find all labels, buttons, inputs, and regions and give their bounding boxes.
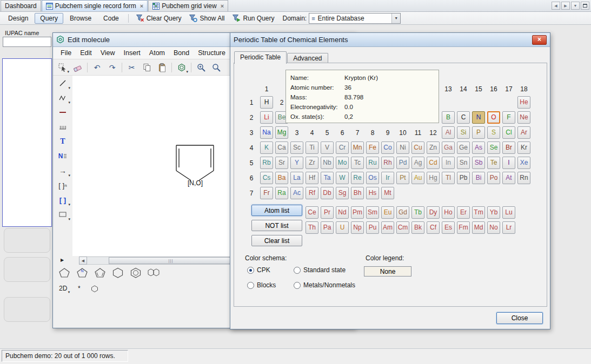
menu-structure[interactable]: Structure <box>194 48 230 58</box>
element-Na[interactable]: Na <box>260 126 273 139</box>
element-Ga[interactable]: Ga <box>442 141 455 154</box>
zoom-in-button[interactable] <box>194 60 208 74</box>
element-Cm[interactable]: Cm <box>396 221 409 234</box>
show-all-button[interactable]: Show All <box>185 13 228 23</box>
element-Md[interactable]: Md <box>472 221 485 234</box>
element-Ir[interactable]: Ir <box>381 172 394 184</box>
menu-bond[interactable]: Bond <box>169 48 194 58</box>
element-Tb[interactable]: Tb <box>411 206 424 219</box>
clear-list-button[interactable]: Clear list <box>251 235 302 246</box>
element-Lu[interactable]: Lu <box>502 206 515 219</box>
element-O[interactable]: O <box>487 111 500 124</box>
element-Zr[interactable]: Zr <box>306 157 318 169</box>
element-Cs[interactable]: Cs <box>260 172 273 184</box>
element-H[interactable]: H <box>260 96 273 109</box>
scroll-tabs-right-button[interactable]: ▶ <box>561 2 570 10</box>
element-At[interactable]: At <box>502 172 515 184</box>
element-Pt[interactable]: Pt <box>396 172 409 184</box>
element-Hf[interactable]: Hf <box>306 172 318 184</box>
radio-metals-nonmetals[interactable]: Metals/Nonmetals <box>294 281 355 289</box>
element-Fr[interactable]: Fr <box>260 187 273 199</box>
element-B[interactable]: B <box>442 111 455 124</box>
element-Db[interactable]: Db <box>321 187 334 199</box>
element-Ac[interactable]: Ac <box>290 187 303 199</box>
scrollbar-thumb[interactable]: ||| <box>109 257 233 264</box>
element-Bh[interactable]: Bh <box>351 187 364 199</box>
close-dialog-button[interactable]: × <box>532 35 547 45</box>
element-Ra[interactable]: Ra <box>275 187 288 199</box>
select-tool-button[interactable]: ▾ <box>55 60 70 74</box>
iupac-name-input[interactable] <box>3 37 51 47</box>
tab-advanced[interactable]: Advanced <box>287 53 328 64</box>
element-Si[interactable]: Si <box>457 126 470 139</box>
close-tab-icon[interactable]: × <box>140 3 143 9</box>
radio-cpk[interactable]: CPK <box>247 266 294 274</box>
element-Al[interactable]: Al <box>442 126 455 139</box>
dimension-selector-button[interactable]: 2D▾ <box>56 283 70 294</box>
copy-button[interactable] <box>140 60 154 74</box>
element-Mg[interactable]: Mg <box>275 126 288 139</box>
mode-browse-button[interactable]: Browse <box>64 13 97 24</box>
bracket-tool-button[interactable]: [ ]▾ <box>55 193 70 206</box>
toolbar-overflow-icon[interactable]: ▶ <box>61 258 64 262</box>
pyrrole-template-button[interactable]: N <box>74 266 90 279</box>
element-Kr[interactable]: Kr <box>517 141 530 154</box>
element-U[interactable]: U <box>336 221 349 234</box>
scroll-tabs-left-button[interactable]: ◀ <box>552 2 560 10</box>
repeat-group-tool-button[interactable]: [ ]n <box>55 179 70 192</box>
element-Tl[interactable]: Tl <box>442 172 455 184</box>
element-Np[interactable]: Np <box>351 221 364 234</box>
mode-code-button[interactable]: Code <box>98 13 124 24</box>
shape-tool-button[interactable]: ▾ <box>55 208 70 221</box>
element-Yb[interactable]: Yb <box>487 206 500 219</box>
element-Bi[interactable]: Bi <box>472 172 485 184</box>
element-Rh[interactable]: Rh <box>381 157 394 169</box>
element-La[interactable]: La <box>290 172 303 184</box>
tab-periodic-table[interactable]: Periodic Table <box>234 51 287 64</box>
element-Sb[interactable]: Sb <box>472 157 485 169</box>
atom-list-button[interactable]: Atom list <box>251 205 302 216</box>
element-Cf[interactable]: Cf <box>427 221 440 234</box>
element-Gd[interactable]: Gd <box>396 206 409 219</box>
menu-view[interactable]: View <box>96 48 119 58</box>
periodic-dialog-titlebar[interactable]: Periodic Table of Chemical Elements × <box>230 33 550 47</box>
element-I[interactable]: I <box>502 157 515 169</box>
element-Fm[interactable]: Fm <box>457 221 470 234</box>
menu-atom[interactable]: Atom <box>145 48 169 58</box>
element-Re[interactable]: Re <box>351 172 364 184</box>
element-C[interactable]: C <box>457 111 470 124</box>
element-Y[interactable]: Y <box>290 157 303 169</box>
clear-query-button[interactable]: Clear Query <box>132 13 185 23</box>
element-No[interactable]: No <box>487 221 500 234</box>
element-K[interactable]: K <box>260 141 273 154</box>
scroll-left-button[interactable]: ◀ <box>79 257 87 265</box>
group-tool-button[interactable] <box>55 120 70 133</box>
element-Pa[interactable]: Pa <box>321 221 334 234</box>
element-Br[interactable]: Br <box>502 141 515 154</box>
element-Sc[interactable]: Sc <box>290 141 303 154</box>
radio-standard-state[interactable]: Standard state <box>294 266 355 274</box>
undo-button[interactable]: ↶ <box>90 60 104 74</box>
element-Mo[interactable]: Mo <box>336 157 349 169</box>
element-W[interactable]: W <box>336 172 349 184</box>
menu-insert[interactable]: Insert <box>119 48 145 58</box>
element-Mt[interactable]: Mt <box>381 187 394 199</box>
element-Ar[interactable]: Ar <box>517 126 530 139</box>
element-Ag[interactable]: Ag <box>411 157 424 169</box>
element-F[interactable]: F <box>502 111 515 124</box>
element-Am[interactable]: Am <box>381 221 394 234</box>
element-He[interactable]: He <box>517 96 530 109</box>
element-Cl[interactable]: Cl <box>502 126 515 139</box>
element-Dy[interactable]: Dy <box>427 206 440 219</box>
tab-pubchem-single-record-form[interactable]: Pubchem single record form× <box>42 0 148 11</box>
color-legend-none-button[interactable]: None <box>364 266 411 277</box>
element-Ne[interactable]: Ne <box>517 111 530 124</box>
element-Ce[interactable]: Ce <box>306 206 318 219</box>
arrow-tool-button[interactable]: →▾ <box>55 164 70 177</box>
menu-edit[interactable]: Edit <box>76 48 96 58</box>
element-Tm[interactable]: Tm <box>472 206 485 219</box>
tab-pubchem-grid-view[interactable]: Pubchem grid view× <box>148 0 228 11</box>
element-Ge[interactable]: Ge <box>457 141 470 154</box>
element-Hs[interactable]: Hs <box>366 187 379 199</box>
close-button[interactable]: Close <box>496 312 543 324</box>
